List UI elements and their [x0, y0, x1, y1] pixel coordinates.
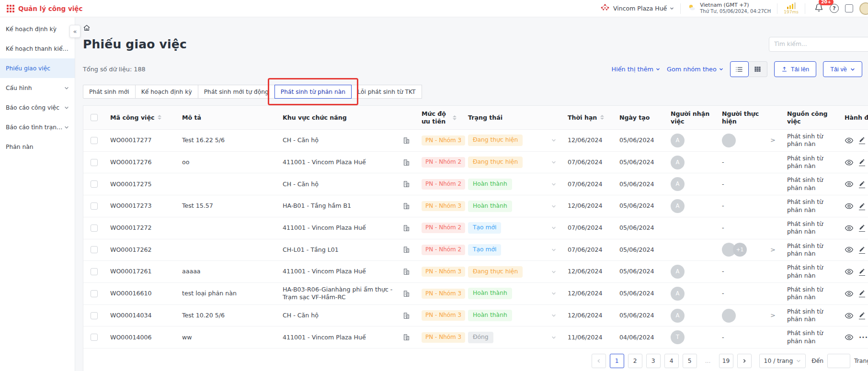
assignee-avatar[interactable]: A [671, 134, 685, 147]
edit-button[interactable] [859, 246, 865, 254]
status-cell[interactable]: Đang thực hiện [462, 154, 562, 171]
list-view-button[interactable] [730, 61, 749, 77]
row-checkbox[interactable] [91, 334, 98, 341]
page-button[interactable]: 4 [664, 354, 679, 368]
view-button[interactable] [845, 180, 854, 189]
building-icon[interactable] [403, 225, 410, 232]
executor-avatar[interactable] [722, 134, 736, 147]
building-icon[interactable] [403, 202, 410, 210]
workspace-button[interactable] [845, 4, 853, 12]
building-icon[interactable] [403, 180, 410, 188]
building-icon[interactable] [403, 268, 410, 275]
download-button[interactable]: Tải về [823, 61, 862, 77]
view-button[interactable] [845, 136, 854, 145]
row-checkbox[interactable] [91, 246, 98, 253]
view-button[interactable] [845, 158, 854, 167]
building-icon[interactable] [403, 246, 410, 253]
building-icon[interactable] [403, 159, 410, 166]
view-button[interactable] [845, 311, 854, 320]
page-button[interactable]: 1 [610, 354, 624, 368]
row-checkbox[interactable] [91, 268, 98, 275]
row-checkbox[interactable] [91, 225, 98, 232]
assignee-avatar[interactable]: A [671, 156, 685, 169]
show-more-link[interactable]: Hiển thị thêm [612, 66, 660, 73]
edit-button[interactable] [859, 202, 865, 210]
filter-tab[interactable]: Lỗi phát sinh từ TKT [351, 85, 422, 99]
assignee-avatar[interactable]: A [671, 177, 685, 191]
expand-arrow-icon[interactable]: > [770, 246, 776, 254]
search-input[interactable] [774, 41, 868, 47]
status-cell[interactable]: Tạo mới [462, 241, 562, 259]
row-checkbox[interactable] [91, 180, 98, 188]
status-cell[interactable]: Đang thực hiện [462, 263, 562, 281]
view-button[interactable] [845, 224, 854, 233]
building-icon[interactable] [403, 290, 410, 297]
view-button[interactable] [845, 267, 854, 276]
expand-arrow-icon[interactable]: > [770, 312, 776, 320]
sidebar-item[interactable]: Kế hoạch thanh kiểm tra chất... [0, 39, 75, 58]
filter-tab[interactable]: Phát sinh từ phản nàn [274, 85, 352, 99]
executor-overflow-avatar[interactable]: +1 [733, 243, 747, 257]
sidebar-item[interactable]: Phiếu giao việc [0, 58, 75, 78]
building-icon[interactable] [403, 312, 410, 319]
row-checkbox[interactable] [91, 137, 98, 144]
row-checkbox[interactable] [91, 290, 98, 297]
assignee-avatar[interactable]: A [671, 309, 685, 323]
view-button[interactable] [845, 289, 854, 298]
sidebar-item[interactable]: Kế hoạch định kỳ [0, 19, 75, 39]
select-all-checkbox[interactable] [91, 114, 98, 121]
view-button[interactable] [845, 202, 854, 211]
sort-icon[interactable] [158, 115, 161, 120]
filter-tab[interactable]: Kế hoạch định kỳ [135, 85, 198, 99]
edit-button[interactable] [859, 290, 865, 297]
edit-button[interactable] [859, 136, 865, 144]
row-checkbox[interactable] [91, 159, 98, 166]
page-button[interactable]: 5 [683, 354, 697, 368]
edit-button[interactable] [859, 158, 865, 166]
user-avatar[interactable] [859, 2, 868, 15]
group-by-link[interactable]: Gom nhóm theo [667, 66, 723, 73]
help-button[interactable]: ? [830, 4, 839, 13]
sort-icon[interactable] [453, 115, 457, 120]
sidebar-item[interactable]: Cấu hình [0, 78, 75, 98]
assignee-avatar[interactable]: A [671, 199, 685, 213]
site-selector[interactable]: Vincom Plaza Huế [600, 3, 674, 14]
page-button[interactable]: 19 [719, 354, 733, 368]
view-button[interactable] [845, 245, 854, 254]
previous-page-button[interactable] [592, 354, 606, 368]
edit-button[interactable] [859, 180, 865, 188]
status-cell[interactable]: Hoàn thành [462, 198, 562, 215]
building-icon[interactable] [403, 137, 410, 144]
page-size-select[interactable]: 10 / trang [759, 354, 806, 368]
next-page-button[interactable] [737, 354, 752, 368]
page-button[interactable]: 2 [628, 354, 642, 368]
status-cell[interactable]: Hoàn thành [462, 307, 562, 324]
filter-tab[interactable]: Phát sinh mới tự động [198, 85, 275, 99]
locale-widget[interactable]: Vietnam (GMT +7) Thứ Tư, 05/06/2024, 04:… [687, 2, 771, 14]
building-icon[interactable] [403, 334, 410, 341]
edit-button[interactable] [859, 268, 865, 276]
status-cell[interactable]: Hoàn thành [462, 176, 562, 193]
edit-button[interactable] [859, 312, 865, 319]
status-cell[interactable]: Hoàn thành [462, 285, 562, 302]
app-switcher[interactable]: Quản lý công việc [7, 5, 82, 12]
status-cell[interactable]: Đóng [462, 329, 562, 346]
assignee-avatar[interactable]: T [671, 330, 685, 344]
sidebar-item[interactable]: Báo cáo tình trạng thực hiệ [0, 117, 75, 137]
row-checkbox[interactable] [91, 312, 98, 319]
more-actions-button[interactable]: ··· [859, 333, 868, 342]
status-cell[interactable]: Tạo mới [462, 219, 562, 236]
sidebar-item[interactable]: Báo cáo công việc [0, 98, 75, 117]
upload-button[interactable]: Tải lên [774, 61, 816, 77]
sidebar-collapse-button[interactable]: « [69, 25, 80, 38]
sidebar-item[interactable]: Phản nàn [0, 137, 75, 157]
row-checkbox[interactable] [91, 202, 98, 210]
notifications-button[interactable]: 20+ [814, 3, 823, 14]
page-button[interactable]: 3 [646, 354, 661, 368]
filter-tab[interactable]: Phát sinh mới [83, 85, 136, 99]
status-cell[interactable]: Đang thực hiện [462, 132, 562, 149]
jump-page-input[interactable] [827, 354, 850, 368]
grid-view-button[interactable] [749, 61, 767, 77]
home-icon[interactable] [83, 24, 91, 32]
assignee-avatar[interactable]: A [671, 287, 685, 301]
